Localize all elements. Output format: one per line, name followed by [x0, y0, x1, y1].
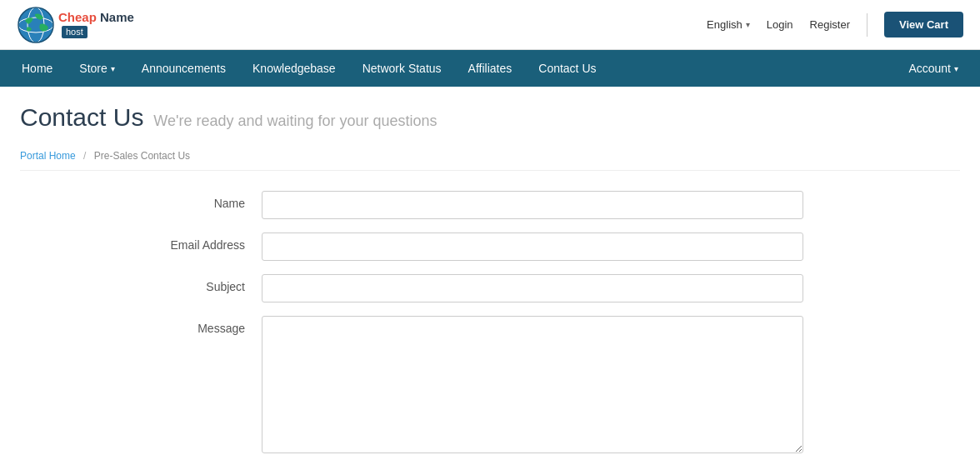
name-row: Name	[20, 191, 960, 219]
breadcrumb-separator: /	[83, 150, 86, 162]
nav-store-label: Store	[79, 62, 107, 75]
breadcrumb-home-link[interactable]: Portal Home	[20, 150, 76, 162]
language-selector[interactable]: English ▾	[707, 18, 750, 31]
top-bar: Cheap Name host English ▾ Login Register…	[0, 0, 980, 50]
language-label: English	[707, 18, 742, 31]
email-input[interactable]	[262, 232, 803, 261]
message-textarea[interactable]	[262, 316, 803, 453]
page-subtitle: We're ready and waiting for your questio…	[153, 112, 437, 129]
subject-row: Subject	[20, 274, 960, 302]
globe-icon	[17, 6, 55, 44]
nav-knowledgebase-label: Knowledgebase	[252, 62, 336, 75]
nav-item-contact-us[interactable]: Contact Us	[525, 50, 609, 87]
view-cart-button[interactable]: View Cart	[884, 12, 963, 38]
nav-item-store[interactable]: Store ▾	[66, 50, 128, 87]
logo-name: Name	[100, 10, 134, 24]
nav-item-announcements[interactable]: Announcements	[128, 50, 239, 87]
subject-input[interactable]	[262, 274, 803, 302]
login-link[interactable]: Login	[767, 18, 793, 31]
nav-account-label: Account	[908, 62, 951, 75]
divider	[867, 13, 868, 37]
register-link[interactable]: Register	[810, 18, 850, 31]
nav-item-affiliates[interactable]: Affiliates	[455, 50, 526, 87]
nav-contact-us-label: Contact Us	[538, 62, 596, 75]
email-row: Email Address	[20, 232, 960, 261]
message-label: Message	[20, 316, 262, 335]
name-input[interactable]	[262, 191, 803, 219]
page-content: Contact Us We're ready and waiting for y…	[0, 87, 980, 455]
logo-area: Cheap Name host	[17, 6, 134, 44]
nav-bar: Home Store ▾ Announcements Knowledgebase…	[0, 50, 980, 87]
logo-host-badge: host	[62, 26, 88, 38]
nav-item-network-status[interactable]: Network Status	[349, 50, 455, 87]
nav-home-label: Home	[22, 62, 52, 75]
nav-affiliates-label: Affiliates	[468, 62, 512, 75]
email-label: Email Address	[20, 232, 262, 252]
logo-cheap: Cheap	[58, 10, 97, 24]
breadcrumb: Portal Home / Pre-Sales Contact Us	[20, 150, 960, 171]
page-title: Contact Us	[20, 103, 143, 131]
nav-item-knowledgebase[interactable]: Knowledgebase	[239, 50, 349, 87]
chevron-down-icon: ▾	[746, 20, 750, 29]
page-title-area: Contact Us We're ready and waiting for y…	[20, 103, 960, 140]
store-chevron-icon: ▾	[111, 64, 115, 73]
contact-form: Name Email Address Subject Message	[20, 191, 960, 453]
logo-text: Cheap Name host	[58, 11, 134, 38]
name-label: Name	[20, 191, 262, 210]
nav-item-home[interactable]: Home	[8, 50, 66, 87]
subject-label: Subject	[20, 274, 262, 293]
message-row: Message	[20, 316, 960, 453]
nav-item-account[interactable]: Account ▾	[895, 50, 972, 87]
breadcrumb-current: Pre-Sales Contact Us	[94, 150, 190, 162]
account-chevron-icon: ▾	[954, 64, 958, 73]
top-bar-right: English ▾ Login Register View Cart	[707, 12, 963, 38]
nav-announcements-label: Announcements	[142, 62, 226, 75]
nav-network-status-label: Network Status	[362, 62, 442, 75]
